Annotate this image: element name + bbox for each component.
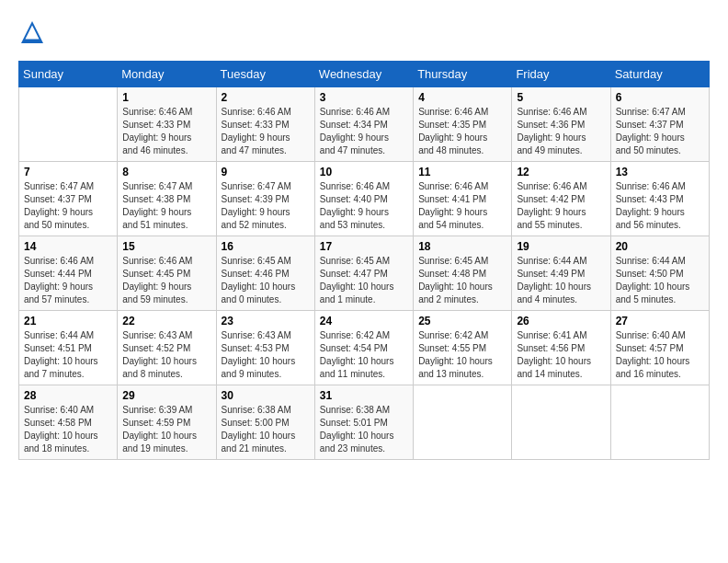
calendar-cell: 13Sunrise: 6:46 AM Sunset: 4:43 PM Dayli… [610,162,709,236]
day-info: Sunrise: 6:43 AM Sunset: 4:52 PM Dayligh… [122,329,210,381]
calendar-cell: 7Sunrise: 6:47 AM Sunset: 4:37 PM Daylig… [19,162,118,236]
day-number: 17 [320,240,408,253]
day-info: Sunrise: 6:46 AM Sunset: 4:33 PM Dayligh… [122,106,210,157]
calendar-cell: 14Sunrise: 6:46 AM Sunset: 4:44 PM Dayli… [19,236,118,311]
day-info: Sunrise: 6:46 AM Sunset: 4:41 PM Dayligh… [418,180,506,232]
calendar-cell: 6Sunrise: 6:47 AM Sunset: 4:37 PM Daylig… [610,87,709,162]
calendar-cell: 11Sunrise: 6:46 AM Sunset: 4:41 PM Dayli… [414,162,512,236]
day-of-week-header: Monday [118,62,216,87]
day-number: 1 [122,91,210,104]
day-number: 31 [320,389,408,402]
calendar-week-row: 14Sunrise: 6:46 AM Sunset: 4:44 PM Dayli… [19,236,710,311]
calendar-cell: 8Sunrise: 6:47 AM Sunset: 4:38 PM Daylig… [118,162,216,236]
calendar-cell: 23Sunrise: 6:43 AM Sunset: 4:53 PM Dayli… [216,311,314,385]
day-info: Sunrise: 6:44 AM Sunset: 4:50 PM Dayligh… [616,255,704,306]
day-info: Sunrise: 6:46 AM Sunset: 4:36 PM Dayligh… [517,106,605,157]
calendar-cell [512,385,610,460]
day-number: 5 [517,91,605,104]
calendar-cell: 9Sunrise: 6:47 AM Sunset: 4:39 PM Daylig… [216,162,314,236]
day-info: Sunrise: 6:44 AM Sunset: 4:51 PM Dayligh… [24,329,112,381]
day-number: 11 [418,166,506,178]
calendar-table: SundayMondayTuesdayWednesdayThursdayFrid… [18,61,710,460]
days-of-week-row: SundayMondayTuesdayWednesdayThursdayFrid… [19,62,710,87]
calendar-cell: 22Sunrise: 6:43 AM Sunset: 4:52 PM Dayli… [118,311,216,385]
calendar-cell: 27Sunrise: 6:40 AM Sunset: 4:57 PM Dayli… [610,311,709,385]
day-number: 24 [320,315,408,327]
day-info: Sunrise: 6:41 AM Sunset: 4:56 PM Dayligh… [517,329,605,381]
calendar-cell: 31Sunrise: 6:38 AM Sunset: 5:01 PM Dayli… [314,385,413,460]
calendar-cell: 15Sunrise: 6:46 AM Sunset: 4:45 PM Dayli… [118,236,216,311]
calendar-week-row: 21Sunrise: 6:44 AM Sunset: 4:51 PM Dayli… [19,311,710,385]
day-info: Sunrise: 6:45 AM Sunset: 4:48 PM Dayligh… [418,255,506,306]
day-number: 26 [517,315,605,327]
day-info: Sunrise: 6:47 AM Sunset: 4:37 PM Dayligh… [24,180,112,232]
day-info: Sunrise: 6:42 AM Sunset: 4:55 PM Dayligh… [418,329,506,381]
calendar-cell: 26Sunrise: 6:41 AM Sunset: 4:56 PM Dayli… [512,311,610,385]
day-number: 29 [122,389,210,402]
calendar-header: SundayMondayTuesdayWednesdayThursdayFrid… [19,62,710,87]
calendar-body: 1Sunrise: 6:46 AM Sunset: 4:33 PM Daylig… [19,87,710,460]
calendar-cell: 2Sunrise: 6:46 AM Sunset: 4:33 PM Daylig… [216,87,314,162]
day-number: 22 [122,315,210,327]
calendar-cell: 18Sunrise: 6:45 AM Sunset: 4:48 PM Dayli… [414,236,512,311]
day-number: 27 [616,315,704,327]
day-number: 16 [222,240,310,253]
day-of-week-header: Wednesday [314,62,413,87]
day-number: 10 [320,166,408,178]
day-info: Sunrise: 6:46 AM Sunset: 4:42 PM Dayligh… [517,180,605,232]
day-number: 19 [517,240,605,253]
calendar-cell [19,87,118,162]
calendar-week-row: 1Sunrise: 6:46 AM Sunset: 4:33 PM Daylig… [19,87,710,162]
day-number: 9 [222,166,310,178]
day-number: 25 [418,315,506,327]
page-header [18,18,710,46]
day-number: 3 [320,91,408,104]
day-info: Sunrise: 6:40 AM Sunset: 4:58 PM Dayligh… [24,404,112,455]
day-number: 23 [222,315,310,327]
day-info: Sunrise: 6:46 AM Sunset: 4:33 PM Dayligh… [222,106,310,157]
day-number: 20 [616,240,704,253]
day-info: Sunrise: 6:47 AM Sunset: 4:39 PM Dayligh… [222,180,310,232]
day-info: Sunrise: 6:40 AM Sunset: 4:57 PM Dayligh… [616,329,704,381]
day-number: 28 [24,389,112,402]
day-info: Sunrise: 6:46 AM Sunset: 4:43 PM Dayligh… [616,180,704,232]
calendar-cell: 30Sunrise: 6:38 AM Sunset: 5:00 PM Dayli… [216,385,314,460]
day-info: Sunrise: 6:45 AM Sunset: 4:46 PM Dayligh… [222,255,310,306]
calendar-cell: 5Sunrise: 6:46 AM Sunset: 4:36 PM Daylig… [512,87,610,162]
calendar-cell: 25Sunrise: 6:42 AM Sunset: 4:55 PM Dayli… [414,311,512,385]
day-number: 7 [24,166,112,178]
day-of-week-header: Friday [512,62,610,87]
day-info: Sunrise: 6:42 AM Sunset: 4:54 PM Dayligh… [320,329,408,381]
calendar-week-row: 7Sunrise: 6:47 AM Sunset: 4:37 PM Daylig… [19,162,710,236]
day-number: 30 [222,389,310,402]
day-info: Sunrise: 6:46 AM Sunset: 4:40 PM Dayligh… [320,180,408,232]
calendar-cell: 4Sunrise: 6:46 AM Sunset: 4:35 PM Daylig… [414,87,512,162]
calendar-cell: 3Sunrise: 6:46 AM Sunset: 4:34 PM Daylig… [314,87,413,162]
day-number: 21 [24,315,112,327]
day-info: Sunrise: 6:46 AM Sunset: 4:45 PM Dayligh… [122,255,210,306]
day-info: Sunrise: 6:47 AM Sunset: 4:37 PM Dayligh… [616,106,704,157]
calendar-cell [610,385,709,460]
calendar-cell: 21Sunrise: 6:44 AM Sunset: 4:51 PM Dayli… [19,311,118,385]
day-number: 8 [122,166,210,178]
day-number: 15 [122,240,210,253]
logo-icon [18,18,46,46]
day-info: Sunrise: 6:44 AM Sunset: 4:49 PM Dayligh… [517,255,605,306]
day-info: Sunrise: 6:46 AM Sunset: 4:44 PM Dayligh… [24,255,112,306]
day-info: Sunrise: 6:45 AM Sunset: 4:47 PM Dayligh… [320,255,408,306]
logo [18,18,50,46]
calendar-cell: 29Sunrise: 6:39 AM Sunset: 4:59 PM Dayli… [118,385,216,460]
day-number: 6 [616,91,704,104]
calendar-cell: 17Sunrise: 6:45 AM Sunset: 4:47 PM Dayli… [314,236,413,311]
day-info: Sunrise: 6:47 AM Sunset: 4:38 PM Dayligh… [122,180,210,232]
calendar-cell: 19Sunrise: 6:44 AM Sunset: 4:49 PM Dayli… [512,236,610,311]
calendar-week-row: 28Sunrise: 6:40 AM Sunset: 4:58 PM Dayli… [19,385,710,460]
day-number: 4 [418,91,506,104]
calendar-cell: 1Sunrise: 6:46 AM Sunset: 4:33 PM Daylig… [118,87,216,162]
day-number: 18 [418,240,506,253]
calendar-cell [414,385,512,460]
calendar-cell: 12Sunrise: 6:46 AM Sunset: 4:42 PM Dayli… [512,162,610,236]
day-info: Sunrise: 6:39 AM Sunset: 4:59 PM Dayligh… [122,404,210,455]
calendar-cell: 28Sunrise: 6:40 AM Sunset: 4:58 PM Dayli… [19,385,118,460]
day-info: Sunrise: 6:38 AM Sunset: 5:00 PM Dayligh… [222,404,310,455]
